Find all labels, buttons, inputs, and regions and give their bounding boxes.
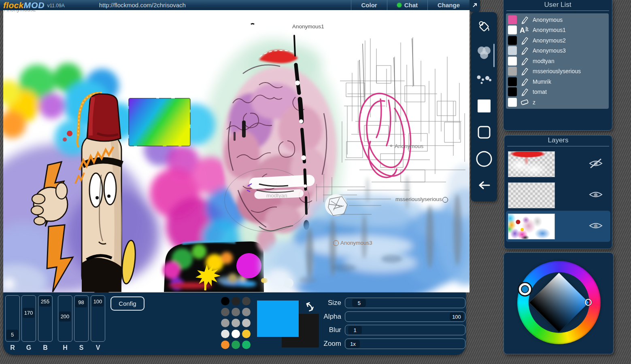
fill-bucket-tool[interactable] — [475, 18, 493, 37]
chat-button[interactable]: Chat — [387, 0, 427, 10]
chat-status-dot-icon — [397, 3, 402, 7]
b-slider-value[interactable]: 255 — [39, 296, 51, 307]
change-button[interactable]: Change — [427, 0, 470, 10]
palette-swatch[interactable] — [221, 308, 229, 316]
user-row[interactable]: modtyan — [506, 56, 609, 66]
user-color-swatch — [508, 25, 517, 34]
layer-thumbnail[interactable] — [508, 182, 555, 208]
user-name: msseriouslyserious — [533, 68, 581, 74]
hue-selector[interactable] — [519, 283, 531, 295]
s-slider-value[interactable]: 98 — [75, 297, 87, 307]
canvas-user-label: msseriouslyserious — [395, 196, 442, 202]
bottom-control-bar: 5R170G255B200H98S100V Config Size5Alpha1… — [3, 292, 466, 355]
pencil-icon — [519, 15, 530, 25]
alpha-slider[interactable]: 100 — [345, 311, 465, 322]
tool-palette — [471, 12, 497, 201]
alpha-value[interactable]: 100 — [450, 313, 463, 321]
square-filled-icon — [477, 99, 491, 115]
user-row[interactable]: Anonymous — [506, 15, 609, 25]
change-button-label: Change — [438, 2, 460, 8]
palette-swatch[interactable] — [232, 330, 240, 338]
b-slider-label: B — [38, 344, 53, 351]
r-slider[interactable]: 5 — [5, 295, 20, 342]
user-color-swatch — [508, 87, 517, 96]
layer-row[interactable] — [506, 148, 610, 180]
palette-swatch[interactable] — [221, 319, 229, 327]
config-button[interactable]: Config — [110, 296, 144, 311]
user-row[interactable]: AbAnonymous1 — [506, 25, 609, 36]
user-row[interactable]: msseriouslyserious — [506, 66, 609, 77]
g-slider[interactable]: 170 — [21, 295, 36, 342]
palette-swatch[interactable] — [242, 308, 251, 316]
palette-swatch[interactable] — [232, 341, 240, 349]
layer-thumbnail[interactable] — [508, 151, 555, 177]
user-row[interactable]: Mumrik — [506, 76, 609, 87]
circle-outline-tool[interactable] — [475, 150, 493, 169]
user-row[interactable]: tomat — [506, 87, 609, 97]
palette-row — [221, 308, 251, 316]
zoom-slider[interactable]: 1x — [345, 339, 465, 349]
scatter-tool[interactable] — [475, 71, 493, 90]
user-row[interactable]: z — [506, 97, 609, 108]
v-slider[interactable]: 100 — [91, 295, 105, 342]
square-outline-tool[interactable] — [475, 124, 493, 142]
layer-row[interactable] — [506, 180, 610, 211]
palette-swatch[interactable] — [232, 308, 240, 316]
drawing-canvas[interactable]: Anonymous2Anonymous1Anonymousmodtyanmsse… — [3, 10, 470, 292]
palette-swatch[interactable] — [242, 297, 251, 305]
layer-thumbnail[interactable] — [508, 214, 555, 239]
palette-swatch[interactable] — [242, 341, 251, 349]
version-label: v11.09A — [47, 3, 65, 8]
logo-mod: MOD — [24, 0, 45, 10]
size-slider[interactable]: 5 — [345, 298, 465, 308]
eye-visible-icon[interactable] — [589, 220, 603, 233]
user-name: Anonymous1 — [533, 27, 566, 33]
blur-slider[interactable]: 1 — [345, 325, 465, 335]
top-bar: flockMOD v11.09A http://flockmod.com/2ch… — [0, 0, 470, 10]
saturation-value-selector[interactable] — [585, 299, 592, 306]
palette-swatch[interactable] — [221, 297, 229, 305]
blend-tool[interactable] — [475, 44, 493, 63]
h-slider[interactable]: 200 — [58, 295, 72, 342]
user-color-swatch — [508, 46, 517, 55]
s-slider[interactable]: 98 — [74, 295, 89, 342]
v-slider-value[interactable]: 100 — [92, 296, 104, 307]
header-buttons: Color Chat Change — [351, 0, 470, 10]
canvas-user-label: Anonymous1 — [292, 23, 324, 30]
square-filled-tool[interactable] — [475, 97, 493, 116]
color-button[interactable]: Color — [351, 0, 387, 10]
palette-swatch[interactable] — [221, 330, 229, 338]
palette-swatch[interactable] — [242, 319, 251, 327]
canvas-artwork — [3, 10, 470, 292]
pencil-icon — [519, 36, 530, 45]
blend-icon — [476, 45, 493, 62]
blur-value[interactable]: 1 — [348, 326, 362, 334]
pencil-icon — [519, 66, 530, 76]
b-slider[interactable]: 255 — [38, 295, 53, 342]
toolbar-scrollbar[interactable] — [493, 44, 495, 67]
palette-swatch[interactable] — [232, 319, 240, 327]
pencil-icon — [519, 77, 530, 87]
user-rows: AnonymousAbAnonymous1Anonymous2Anonymous… — [506, 13, 609, 109]
cursor-ring — [442, 197, 448, 203]
primary-color-swatch[interactable] — [257, 301, 299, 337]
eye-visible-icon[interactable] — [589, 189, 603, 201]
palette-swatch[interactable] — [232, 297, 240, 305]
size-value[interactable]: 5 — [352, 299, 366, 307]
layer-row[interactable] — [506, 211, 610, 242]
palette-swatch[interactable] — [242, 330, 251, 338]
undo-arrow-tool[interactable] — [475, 177, 493, 195]
canvas-user-label: modtyan — [266, 193, 287, 199]
user-row[interactable]: Anonymous3 — [506, 46, 609, 56]
layers-panel: Layers — [504, 135, 612, 249]
h-slider-value[interactable]: 200 — [59, 311, 71, 322]
palette-swatch[interactable] — [221, 341, 229, 349]
cursor-ring — [390, 145, 392, 147]
palette-row — [221, 330, 251, 338]
zoom-value[interactable]: 1x — [346, 340, 360, 348]
user-row[interactable]: Anonymous2 — [506, 35, 609, 46]
r-slider-value[interactable]: 5 — [6, 330, 18, 340]
expand-button[interactable] — [470, 0, 480, 12]
eye-hidden-icon[interactable] — [589, 158, 603, 170]
g-slider-value[interactable]: 170 — [23, 308, 34, 318]
